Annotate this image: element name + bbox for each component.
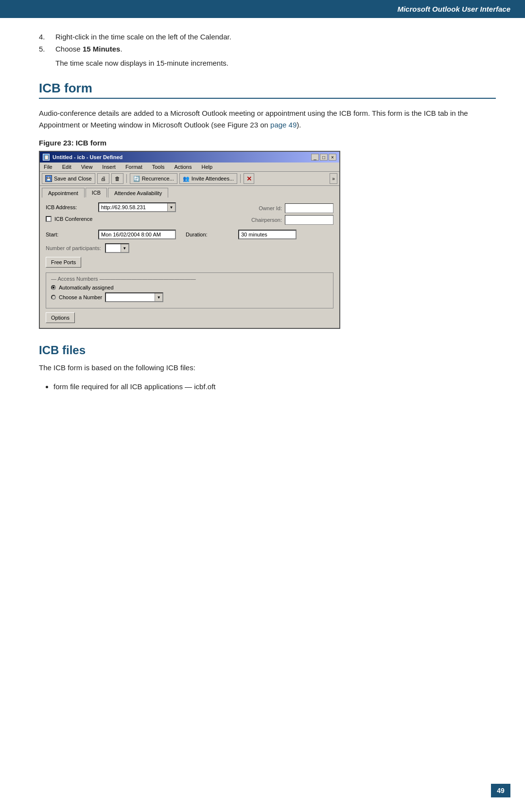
menu-tools[interactable]: Tools	[150, 163, 167, 170]
auto-assigned-radio[interactable]	[51, 285, 56, 290]
dialog-tabs: Appointment ICB Attendee Availability	[40, 186, 339, 198]
menu-edit[interactable]: Edit	[60, 163, 73, 170]
save-close-button[interactable]: 💾 Save and Close	[42, 173, 95, 184]
choose-number-select[interactable]: ▼	[105, 292, 163, 302]
duration-select[interactable]: 30 minutes	[238, 230, 297, 239]
body-text: Audio-conference details are added to a …	[39, 108, 496, 131]
tab-attendee-label: Attendee Availability	[114, 190, 162, 196]
icb-files-list: form file required for all ICB applicati…	[53, 381, 496, 393]
dialog-title: Untitled - icb - User Defined	[52, 154, 122, 160]
header-bar: Microsoft Outlook User Interface	[0, 0, 525, 18]
dialog-box: 📋 Untitled - icb - User Defined _ □ × Fi…	[39, 151, 340, 329]
step-5-number: 5.	[39, 45, 51, 53]
free-ports-button[interactable]: Free Ports	[46, 257, 81, 268]
menu-insert[interactable]: Insert	[100, 163, 118, 170]
toolbar: 💾 Save and Close 🖨 🗑 🔄 Recurrence... 👥 I…	[40, 172, 339, 186]
delete-icon: 🗑	[115, 176, 120, 181]
page-49-link[interactable]: page 49	[270, 121, 297, 129]
print-button[interactable]: 🖨	[97, 173, 109, 184]
start-value: Mon 16/02/2004 8:00 AM	[99, 232, 175, 237]
choose-number-label: Choose a Number	[59, 294, 102, 300]
start-select[interactable]: Mon 16/02/2004 8:00 AM	[98, 230, 176, 239]
body-text-end: ).	[297, 121, 301, 129]
toolbar-chevron[interactable]: »	[330, 173, 337, 184]
owner-id-row: Owner Id:	[248, 203, 333, 213]
free-ports-label: Free Ports	[51, 259, 76, 265]
icb-address-label: ICB Address:	[46, 204, 94, 210]
access-numbers-legend: — Access Numbers ——————————————————	[51, 276, 328, 282]
save-icon: 💾	[45, 175, 52, 182]
auto-assigned-label: Automatically assigned	[59, 285, 114, 290]
maximize-button[interactable]: □	[320, 154, 328, 161]
step-5-bold: 15 Minutes	[83, 45, 121, 53]
menubar: File Edit View Insert Format Tools Actio…	[40, 162, 339, 172]
header-title: Microsoft Outlook User Interface	[397, 5, 510, 13]
invite-button[interactable]: 👥 Invite Attendees...	[179, 173, 237, 184]
duration-value: 30 minutes	[239, 232, 296, 237]
choose-number-dropdown-arrow[interactable]: ▼	[155, 293, 162, 301]
tab-appointment[interactable]: Appointment	[42, 188, 85, 198]
owner-id-input[interactable]	[285, 203, 333, 213]
body-text-content: Audio-conference details are added to a …	[39, 109, 468, 129]
sub-text: The time scale now displays in 15-minute…	[55, 59, 496, 67]
menu-file[interactable]: File	[42, 163, 54, 170]
chairperson-label: Chairperson:	[248, 217, 282, 223]
participants-select[interactable]: ▼	[105, 243, 129, 253]
delete-button[interactable]: 🗑	[111, 173, 123, 184]
tab-icb[interactable]: ICB	[86, 188, 107, 198]
close-button[interactable]: ×	[329, 154, 336, 161]
duration-label: Duration:	[186, 232, 234, 237]
menu-actions[interactable]: Actions	[172, 163, 193, 170]
icb-conference-checkbox[interactable]	[46, 216, 52, 222]
titlebar-controls: _ □ ×	[311, 154, 336, 161]
tab-attendee[interactable]: Attendee Availability	[108, 188, 168, 198]
start-label: Start:	[46, 232, 94, 237]
print-icon: 🖨	[101, 176, 106, 181]
icb-files-intro: The ICB form is based on the following I…	[39, 362, 496, 374]
icb-address-select[interactable]: http://62.90.58.231 ▼	[98, 202, 176, 212]
options-label: Options	[51, 315, 70, 321]
chairperson-input[interactable]	[285, 215, 333, 225]
recurrence-button[interactable]: 🔄 Recurrence...	[130, 173, 177, 184]
choose-number-row: Choose a Number ▼	[51, 292, 328, 302]
section-heading: ICB form	[39, 81, 496, 96]
save-close-label: Save and Close	[54, 176, 92, 181]
invite-label: Invite Attendees...	[192, 176, 234, 181]
x-button[interactable]: ✕	[244, 173, 254, 184]
tab-appointment-label: Appointment	[48, 190, 78, 196]
titlebar-left: 📋 Untitled - icb - User Defined	[43, 154, 122, 161]
section-divider	[39, 98, 496, 99]
icb-address-value: http://62.90.58.231	[99, 204, 167, 210]
participants-label: Number of participants:	[46, 245, 101, 251]
recurrence-icon: 🔄	[133, 176, 140, 182]
step-4-text: Right-click in the time scale on the lef…	[55, 33, 496, 41]
owner-id-label: Owner Id:	[248, 205, 282, 211]
minimize-button[interactable]: _	[311, 154, 319, 161]
app-icon: 📋	[43, 154, 50, 161]
access-numbers-fieldset: — Access Numbers —————————————————— Auto…	[46, 272, 333, 308]
icb-conference-label: ICB Conference	[54, 216, 92, 222]
menu-help[interactable]: Help	[199, 163, 214, 170]
step-4: 4. Right-click in the time scale on the …	[39, 33, 496, 41]
options-row: Options	[46, 312, 333, 323]
dialog-form-body: ICB Address: http://62.90.58.231 ▼ ICB C…	[40, 198, 339, 328]
menu-format[interactable]: Format	[123, 163, 144, 170]
participants-row: Number of participants: ▼	[46, 243, 333, 253]
page-number: 49	[491, 784, 510, 797]
options-button[interactable]: Options	[46, 312, 75, 323]
icb-conference-row: ICB Conference	[46, 216, 242, 222]
numbered-list: 4. Right-click in the time scale on the …	[39, 33, 496, 53]
tab-icb-label: ICB	[92, 190, 101, 196]
menu-view[interactable]: View	[79, 163, 95, 170]
icb-address-dropdown-arrow[interactable]: ▼	[167, 203, 175, 211]
list-item: form file required for all ICB applicati…	[53, 381, 496, 393]
participants-dropdown-arrow[interactable]: ▼	[121, 244, 128, 252]
toolbar-separator-2	[240, 174, 241, 183]
chairperson-row: Chairperson:	[248, 215, 333, 225]
free-ports-row: Free Ports	[46, 257, 333, 268]
dialog-titlebar: 📋 Untitled - icb - User Defined _ □ ×	[40, 152, 339, 162]
choose-number-radio[interactable]	[51, 295, 56, 300]
step-4-number: 4.	[39, 33, 51, 41]
main-content: 4. Right-click in the time scale on the …	[0, 18, 525, 425]
toolbar-separator-1	[126, 174, 127, 183]
